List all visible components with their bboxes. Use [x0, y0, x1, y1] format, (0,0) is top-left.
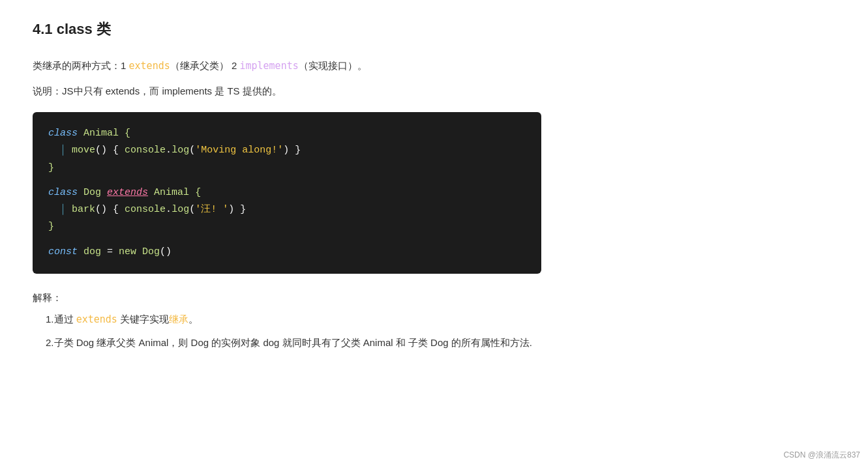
code-line-7: } [48, 218, 526, 235]
code-line-9: const dog = new Dog() [48, 244, 526, 261]
method-bark: bark [72, 204, 95, 215]
list-num-1: 1. [33, 311, 54, 328]
explain-title: 解释： [33, 292, 835, 304]
keyword-class-1: class [48, 128, 78, 139]
explain-1-extends: extends [76, 313, 117, 325]
explain-1-pre: 通过 [54, 313, 76, 325]
explain-section: 解释： 1. 通过 extends 关键字实现继承。 2. 子类 Dog 继承父… [33, 292, 835, 351]
class-name-dog-new: Dog [142, 246, 160, 257]
class-name-animal-2: Animal [154, 187, 189, 198]
code-line-2: │ move() { console.log('Moving along!') … [48, 142, 526, 159]
list-item-2: 2. 子类 Dog 继承父类 Animal，则 Dog 的实例对象 dog 就同… [33, 334, 835, 351]
code-block: class Animal { │ move() { console.log('M… [33, 112, 541, 274]
console-1: console [125, 145, 166, 156]
code-line-5: class Dog extends Animal { [48, 184, 526, 201]
brace-open-1: { [125, 128, 130, 139]
var-dog: dog [83, 246, 101, 257]
code-line-1: class Animal { [48, 125, 526, 142]
log-2: log [172, 204, 189, 215]
keyword-const: const [48, 246, 78, 257]
keyword-extends: extends [107, 187, 148, 198]
description-line-1: 类继承的两种方式：1 extends（继承父类） 2 implements（实现… [33, 57, 835, 75]
explain-text-2: 子类 Dog 继承父类 Animal，则 Dog 的实例对象 dog 就同时具有… [54, 334, 532, 351]
brace-close-2: } [48, 221, 54, 232]
code-line-3: } [48, 160, 526, 177]
blank-line-1 [48, 177, 526, 184]
description-line-2: 说明：JS中只有 extends，而 implements 是 TS 提供的。 [33, 83, 835, 100]
code-line-6: │ bark() { console.log('汪! ') } [48, 201, 526, 218]
brace-open-2: { [195, 187, 201, 198]
list-item-1: 1. 通过 extends 关键字实现继承。 [33, 311, 835, 328]
blank-line-2 [48, 236, 526, 244]
desc1-extends: extends [129, 60, 170, 72]
desc1-pre: 类继承的两种方式：1 [33, 60, 129, 71]
class-name-animal: Animal [83, 128, 119, 139]
explain-1-jicheng: 继承 [169, 313, 188, 325]
explain-text-1: 通过 extends 关键字实现继承。 [54, 311, 199, 328]
console-2: console [125, 204, 166, 215]
desc1-mid: （继承父类） 2 [170, 60, 240, 71]
list-num-2: 2. [33, 334, 54, 351]
page-title: 4.1 class 类 [33, 20, 835, 39]
keyword-new: new [119, 246, 136, 257]
string-bark: '汪! ' [195, 204, 228, 215]
watermark: CSDN @浪涌流云837 [783, 450, 860, 461]
method-move: move [72, 145, 95, 156]
class-name-dog: Dog [83, 187, 101, 198]
string-moving: 'Moving along!' [195, 145, 283, 156]
log-1: log [172, 145, 189, 156]
brace-close-1: } [48, 162, 54, 173]
desc1-post: （实现接口）。 [299, 60, 367, 71]
explain-1-post: 。 [188, 313, 198, 325]
keyword-class-2: class [48, 187, 78, 198]
desc1-implements: implements [239, 60, 298, 72]
explain-list: 1. 通过 extends 关键字实现继承。 2. 子类 Dog 继承父类 An… [33, 311, 835, 351]
explain-1-mid: 关键字实现 [117, 313, 169, 325]
